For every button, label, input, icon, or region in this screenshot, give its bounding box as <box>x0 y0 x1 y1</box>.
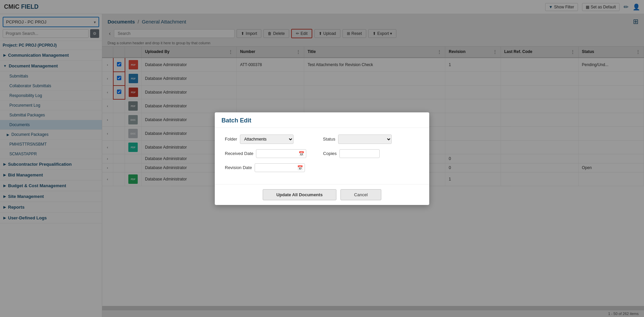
cancel-label: Cancel <box>354 192 368 197</box>
calendar-icon[interactable]: 📅 <box>299 151 304 156</box>
calendar-icon-2[interactable]: 📅 <box>297 165 303 170</box>
revision-date-wrapper: 📅 <box>255 163 305 172</box>
modal-body: Folder Attachments Documents Photos Stat… <box>215 128 429 184</box>
copies-label: Copies <box>323 151 336 156</box>
folder-group: Folder Attachments Documents Photos <box>225 135 296 144</box>
copies-group: Copies <box>323 149 379 158</box>
modal-title: Batch Edit <box>215 112 429 128</box>
batch-edit-modal: Batch Edit Folder Attachments Documents … <box>215 112 429 205</box>
received-date-group: Received Date 📅 <box>225 149 306 158</box>
modal-row-2: Received Date 📅 Copies <box>225 149 419 158</box>
update-all-button[interactable]: Update All Documents <box>263 189 336 200</box>
revision-date-group: Revision Date 📅 <box>225 163 305 172</box>
status-group: Status Open Closed Pending <box>323 135 392 144</box>
cancel-button[interactable]: Cancel <box>340 189 381 200</box>
modal-footer: Update All Documents Cancel <box>215 184 429 205</box>
update-label: Update All Documents <box>276 192 323 197</box>
folder-label: Folder <box>225 137 237 142</box>
modal-row-3: Revision Date 📅 <box>225 163 419 172</box>
received-date-label: Received Date <box>225 151 253 156</box>
modal-row-1: Folder Attachments Documents Photos Stat… <box>225 135 419 144</box>
revision-date-label: Revision Date <box>225 165 252 170</box>
copies-input[interactable] <box>339 149 380 158</box>
folder-select[interactable]: Attachments Documents Photos <box>240 135 294 144</box>
received-date-wrapper: 📅 <box>256 149 306 158</box>
status-select[interactable]: Open Closed Pending <box>338 135 392 144</box>
modal-overlay[interactable]: Batch Edit Folder Attachments Documents … <box>0 0 644 317</box>
status-label: Status <box>323 137 335 142</box>
